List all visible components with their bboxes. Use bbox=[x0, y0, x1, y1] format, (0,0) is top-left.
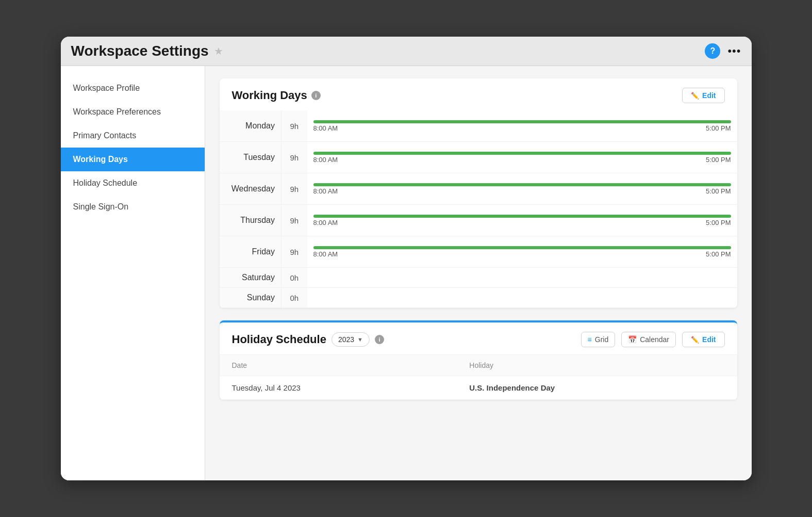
grid-label: Grid bbox=[595, 335, 608, 344]
end-time: 5:00 PM bbox=[706, 219, 731, 227]
holiday-column-header: Holiday bbox=[457, 355, 737, 376]
day-name-cell: Saturday bbox=[220, 268, 281, 288]
time-bar-container: 8:00 AM 5:00 PM bbox=[313, 241, 731, 262]
start-time: 8:00 AM bbox=[313, 219, 338, 227]
holiday-title: Holiday Schedule bbox=[232, 333, 326, 346]
hours-cell: 9h bbox=[281, 236, 307, 268]
bar-cell: 8:00 AM 5:00 PM bbox=[307, 205, 737, 236]
sidebar-item-primary-contacts[interactable]: Primary Contacts bbox=[61, 124, 205, 148]
end-time: 5:00 PM bbox=[706, 156, 731, 164]
table-row: Sunday0h bbox=[220, 288, 737, 308]
table-row: Tuesday9h 8:00 AM 5:00 PM bbox=[220, 142, 737, 173]
day-name-cell: Sunday bbox=[220, 288, 281, 308]
holiday-row: Tuesday, Jul 4 2023U.S. Independence Day bbox=[220, 376, 737, 400]
bar-cell bbox=[307, 288, 737, 308]
date-column-header: Date bbox=[220, 355, 457, 376]
bar-cell: 8:00 AM 5:00 PM bbox=[307, 110, 737, 142]
table-row: Saturday0h bbox=[220, 268, 737, 288]
start-time: 8:00 AM bbox=[313, 124, 338, 132]
working-days-card: Working Days i ✏️ Edit Monday9h 8:00 AM … bbox=[220, 78, 737, 308]
holiday-title-row: Holiday Schedule 2023 ▼ i bbox=[232, 332, 384, 347]
edit-label: Edit bbox=[702, 91, 716, 100]
app-window: Workspace Settings ★ ? ••• Workspace Pro… bbox=[61, 37, 752, 480]
chevron-down-icon: ▼ bbox=[357, 336, 363, 343]
titlebar-actions: ? ••• bbox=[705, 43, 741, 59]
holiday-actions: ≡ Grid 📅 Calendar ✏️ Edit bbox=[581, 332, 725, 347]
help-button[interactable]: ? bbox=[705, 43, 720, 59]
start-time: 8:00 AM bbox=[313, 250, 338, 258]
time-bar-container: 8:00 AM 5:00 PM bbox=[313, 147, 731, 168]
sidebar-item-single-sign-on[interactable]: Single Sign-On bbox=[61, 195, 205, 219]
titlebar: Workspace Settings ★ ? ••• bbox=[61, 37, 752, 66]
page-title: Workspace Settings bbox=[71, 43, 209, 59]
holiday-header: Holiday Schedule 2023 ▼ i ≡ Grid bbox=[220, 322, 737, 355]
time-bar bbox=[313, 246, 731, 249]
day-name-cell: Wednesday bbox=[220, 173, 281, 205]
day-name-cell: Thursday bbox=[220, 205, 281, 236]
sidebar-item-holiday-schedule[interactable]: Holiday Schedule bbox=[61, 171, 205, 195]
calendar-icon: 📅 bbox=[628, 335, 637, 344]
end-time: 5:00 PM bbox=[706, 124, 731, 132]
year-label: 2023 bbox=[338, 335, 354, 344]
working-days-info-icon[interactable]: i bbox=[311, 91, 321, 100]
bar-labels: 8:00 AM 5:00 PM bbox=[313, 187, 731, 195]
holiday-date-cell: Tuesday, Jul 4 2023 bbox=[220, 376, 457, 400]
bar-cell bbox=[307, 268, 737, 288]
hours-cell: 9h bbox=[281, 110, 307, 142]
end-time: 5:00 PM bbox=[706, 187, 731, 195]
holiday-schedule-card: Holiday Schedule 2023 ▼ i ≡ Grid bbox=[220, 320, 737, 400]
time-bar-container: 8:00 AM 5:00 PM bbox=[313, 179, 731, 199]
table-row: Wednesday9h 8:00 AM 5:00 PM bbox=[220, 173, 737, 205]
table-row: Thursday9h 8:00 AM 5:00 PM bbox=[220, 205, 737, 236]
working-days-header: Working Days i ✏️ Edit bbox=[220, 78, 737, 110]
bar-labels: 8:00 AM 5:00 PM bbox=[313, 250, 731, 258]
time-bar bbox=[313, 152, 731, 155]
bar-labels: 8:00 AM 5:00 PM bbox=[313, 124, 731, 132]
sidebar-item-workspace-profile[interactable]: Workspace Profile bbox=[61, 76, 205, 100]
day-name-cell: Tuesday bbox=[220, 142, 281, 173]
main-layout: Workspace ProfileWorkspace PreferencesPr… bbox=[61, 66, 752, 480]
time-bar-container: 8:00 AM 5:00 PM bbox=[313, 210, 731, 231]
time-bar bbox=[313, 215, 731, 218]
hours-cell: 0h bbox=[281, 268, 307, 288]
pencil-icon-holiday: ✏️ bbox=[691, 336, 699, 344]
calendar-label: Calendar bbox=[640, 335, 669, 344]
bar-cell: 8:00 AM 5:00 PM bbox=[307, 173, 737, 205]
holiday-edit-label: Edit bbox=[702, 335, 716, 344]
holiday-edit-button[interactable]: ✏️ Edit bbox=[682, 332, 724, 347]
day-name-cell: Monday bbox=[220, 110, 281, 142]
star-icon[interactable]: ★ bbox=[214, 45, 223, 57]
time-bar bbox=[313, 183, 731, 186]
more-button[interactable]: ••• bbox=[727, 44, 741, 58]
hours-cell: 9h bbox=[281, 173, 307, 205]
sidebar: Workspace ProfileWorkspace PreferencesPr… bbox=[61, 66, 205, 480]
table-row: Friday9h 8:00 AM 5:00 PM bbox=[220, 236, 737, 268]
time-bar bbox=[313, 120, 731, 123]
bar-cell: 8:00 AM 5:00 PM bbox=[307, 236, 737, 268]
hours-cell: 9h bbox=[281, 205, 307, 236]
working-days-table: Monday9h 8:00 AM 5:00 PM Tuesday9h 8:00 … bbox=[220, 110, 737, 308]
grid-icon: ≡ bbox=[588, 335, 592, 344]
main-content: Working Days i ✏️ Edit Monday9h 8:00 AM … bbox=[205, 66, 752, 480]
bar-labels: 8:00 AM 5:00 PM bbox=[313, 219, 731, 227]
bar-cell: 8:00 AM 5:00 PM bbox=[307, 142, 737, 173]
table-row: Monday9h 8:00 AM 5:00 PM bbox=[220, 110, 737, 142]
day-name-cell: Friday bbox=[220, 236, 281, 268]
working-days-title: Working Days bbox=[232, 89, 307, 102]
grid-view-button[interactable]: ≡ Grid bbox=[581, 332, 616, 347]
holiday-name-cell: U.S. Independence Day bbox=[457, 376, 737, 400]
time-bar-container: 8:00 AM 5:00 PM bbox=[313, 116, 731, 136]
start-time: 8:00 AM bbox=[313, 187, 338, 195]
title-row: Workspace Settings ★ bbox=[71, 43, 223, 59]
holiday-info-icon[interactable]: i bbox=[375, 335, 384, 344]
pencil-icon: ✏️ bbox=[691, 92, 699, 100]
bar-labels: 8:00 AM 5:00 PM bbox=[313, 156, 731, 164]
sidebar-item-working-days[interactable]: Working Days bbox=[61, 148, 205, 171]
hours-cell: 9h bbox=[281, 142, 307, 173]
working-days-edit-button[interactable]: ✏️ Edit bbox=[682, 88, 724, 103]
sidebar-item-workspace-preferences[interactable]: Workspace Preferences bbox=[61, 100, 205, 124]
year-dropdown[interactable]: 2023 ▼ bbox=[332, 332, 370, 347]
hours-cell: 0h bbox=[281, 288, 307, 308]
holiday-table: Date Holiday Tuesday, Jul 4 2023U.S. Ind… bbox=[220, 355, 737, 400]
calendar-view-button[interactable]: 📅 Calendar bbox=[621, 332, 676, 347]
